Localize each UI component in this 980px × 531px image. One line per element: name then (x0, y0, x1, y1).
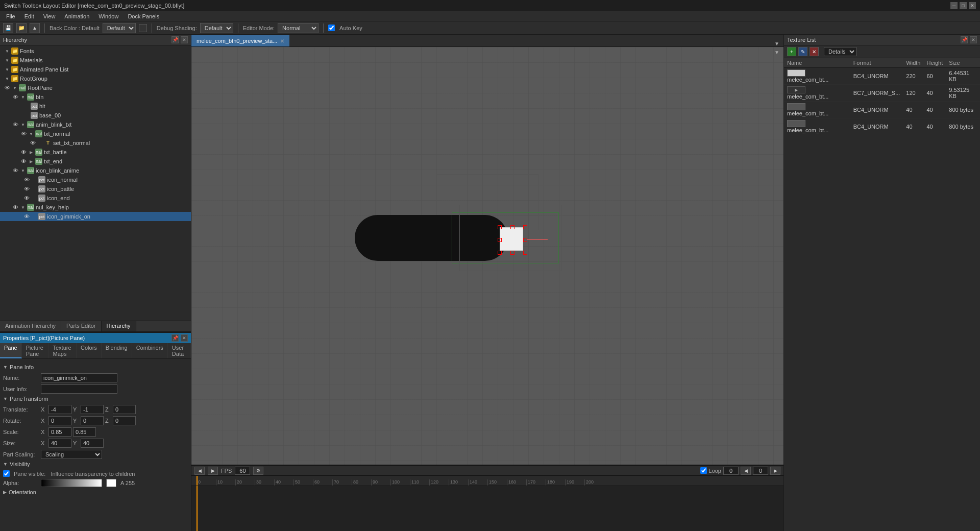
menu-edit[interactable]: Edit (20, 13, 38, 20)
expand-txt-normal[interactable]: ▼ (28, 131, 34, 137)
tree-item-rootpane[interactable]: 👁 ▼ nal RootPane (0, 83, 191, 92)
pane-visible-checkbox[interactable] (3, 470, 10, 477)
tree-item-txt-battle[interactable]: 👁 ▶ nal txt_battle (0, 148, 191, 157)
tree-item-animated-pane[interactable]: ▼ 📁 Animated Pane List (0, 65, 191, 74)
rotate-x[interactable] (48, 416, 71, 425)
canvas-collapse-btn[interactable]: ▼ (774, 49, 779, 55)
translate-x[interactable] (48, 405, 71, 414)
editor-dropdown-arrow[interactable]: ▼ (774, 41, 779, 46)
eye-icon-gimmick[interactable]: 👁 (23, 213, 30, 220)
scale-x[interactable] (48, 427, 71, 437)
title-bar-controls[interactable]: ─ □ ✕ (950, 2, 976, 9)
settings-btn[interactable]: ⚙ (253, 467, 263, 475)
tree-item-rootgroup[interactable]: ▼ 📁 RootGroup (0, 74, 191, 83)
expand-icon-normal[interactable] (31, 177, 37, 183)
rotate-y[interactable] (81, 416, 104, 425)
anim-tab-parts[interactable]: Parts Editor (61, 321, 101, 331)
tree-item-set-txt-normal[interactable]: 👁 T set_txt_normal (0, 138, 191, 148)
texture-edit-btn[interactable]: ✎ (798, 47, 807, 56)
timeline-tracks[interactable] (191, 486, 783, 531)
open-button[interactable]: 📁 (16, 23, 27, 33)
expand-icon-battle[interactable] (31, 186, 37, 192)
visibility-section[interactable]: ▼ Visibility (3, 461, 188, 467)
minimize-btn[interactable]: ─ (950, 2, 958, 9)
debug-shading-select[interactable]: Default (200, 23, 233, 33)
expand-fonts[interactable]: ▼ (4, 48, 10, 54)
expand-materials[interactable]: ▼ (4, 57, 10, 63)
prop-tab-userdata[interactable]: User Data (168, 343, 191, 358)
new-button[interactable]: ▲ (30, 23, 40, 33)
menu-view[interactable]: View (39, 13, 60, 20)
expand-btn[interactable]: ▼ (20, 94, 26, 100)
expand-icon-blink[interactable]: ▼ (20, 167, 26, 174)
loop-checkbox[interactable] (700, 467, 707, 474)
col-size[interactable]: Size (946, 58, 980, 68)
tree-item-txt-end[interactable]: 👁 ▶ nal txt_end (0, 157, 191, 166)
hierarchy-pin-btn[interactable]: 📌 (172, 36, 179, 43)
tree-item-icon-battle[interactable]: 👁 pct icon_battle (0, 184, 191, 194)
editor-tab-main[interactable]: melee_com_btn0_preview_sta... ✕ (191, 35, 289, 46)
alpha-bar[interactable] (41, 479, 102, 487)
menu-file[interactable]: File (2, 13, 19, 20)
timeline-playhead[interactable] (197, 476, 198, 486)
expand-base00[interactable] (23, 112, 30, 118)
tree-item-icon-blink[interactable]: 👁 ▼ nal icon_blink_anime (0, 166, 191, 175)
timeline-toolbar[interactable]: ◀ ▶ FPS ⚙ Loop ◀ ▶ (191, 466, 783, 476)
prop-tab-picture[interactable]: Picture Pane (22, 343, 49, 358)
tree-item-anim-blink-txt[interactable]: 👁 ▼ nal anim_blink_txt (0, 120, 191, 129)
save-button[interactable]: 💾 (3, 23, 13, 33)
expand-animated-pane[interactable]: ▼ (4, 66, 10, 73)
eye-icon-normal[interactable]: 👁 (23, 177, 30, 183)
expand-nul-key[interactable]: ▼ (20, 204, 26, 210)
expand-set-txt[interactable] (37, 140, 43, 146)
eye-txt-normal[interactable]: 👁 (20, 131, 27, 137)
texture-pin-btn[interactable]: 📌 (961, 36, 968, 43)
eye-icon-end[interactable]: 👁 (23, 195, 30, 201)
editor-tab-close[interactable]: ✕ (280, 38, 284, 44)
col-format[interactable]: Format (850, 58, 903, 68)
play-back-btn[interactable]: ◀ (194, 467, 205, 475)
tree-item-icon-end[interactable]: 👁 pct icon_end (0, 194, 191, 203)
texture-delete-btn[interactable]: ✕ (810, 47, 819, 56)
menu-animation[interactable]: Animation (60, 13, 93, 20)
texture-add-btn[interactable]: + (787, 47, 796, 56)
name-input[interactable] (41, 373, 117, 382)
tree-item-nul-key-help[interactable]: 👁 ▼ nal nul_key_help (0, 203, 191, 212)
texture-row-1[interactable]: ▶ melee_com_bt... BC7_UNORM_S... 120 40 … (784, 85, 980, 102)
tree-item-btn[interactable]: 👁 ▼ nal btn (0, 92, 191, 102)
orientation-arrow[interactable]: ▶ (3, 490, 7, 495)
size-y[interactable] (81, 439, 104, 448)
expand-rootpane[interactable]: ▼ (12, 85, 18, 91)
expand-icon-end[interactable] (31, 195, 37, 201)
maximize-btn[interactable]: □ (960, 2, 967, 9)
editor-tab-bar[interactable]: melee_com_btn0_preview_sta... ✕ ▼ (191, 35, 783, 47)
timeline-ruler[interactable]: 0 10 20 30 40 50 60 70 80 90 100 110 120… (191, 476, 783, 486)
hierarchy-close-btn[interactable]: ✕ (181, 36, 188, 43)
prop-tab-texture[interactable]: Texture Maps (49, 343, 77, 358)
texture-detail-select[interactable]: Details (824, 47, 856, 56)
loop-value2[interactable] (753, 467, 768, 475)
prop-tab-pane[interactable]: Pane (0, 343, 22, 358)
visibility-arrow[interactable]: ▼ (3, 462, 8, 467)
expand-rootgroup[interactable]: ▼ (4, 76, 10, 82)
loop-inc-btn[interactable]: ▶ (770, 467, 780, 475)
tree-item-icon-normal[interactable]: 👁 pct icon_normal (0, 175, 191, 184)
eye-txt-end[interactable]: 👁 (20, 158, 27, 164)
properties-tabs[interactable]: Pane Picture Pane Texture Maps Colors Bl… (0, 343, 191, 359)
eye-btn[interactable]: 👁 (12, 94, 18, 100)
expand-anim-blink[interactable]: ▼ (20, 122, 26, 128)
auto-key-checkbox[interactable] (328, 25, 335, 31)
eye-set-txt[interactable]: 👁 (30, 140, 36, 146)
eye-anim-blink[interactable]: 👁 (12, 122, 18, 128)
tree-item-icon-gimmick[interactable]: 👁 pct icon_gimmick_on (0, 212, 191, 221)
part-scaling-select[interactable]: Scaling (41, 450, 102, 459)
expand-hit[interactable] (23, 103, 30, 109)
pane-transform-arrow[interactable]: ▼ (3, 396, 8, 401)
pane-transform-section[interactable]: ▼ PaneTransform (3, 396, 188, 402)
canvas-area[interactable]: ▼ (191, 47, 783, 465)
translate-y[interactable] (81, 405, 104, 414)
properties-pin-btn[interactable]: 📌 (172, 334, 179, 342)
menu-window[interactable]: Window (94, 13, 122, 20)
prop-tab-colors[interactable]: Colors (77, 343, 102, 358)
size-x[interactable] (48, 439, 71, 448)
